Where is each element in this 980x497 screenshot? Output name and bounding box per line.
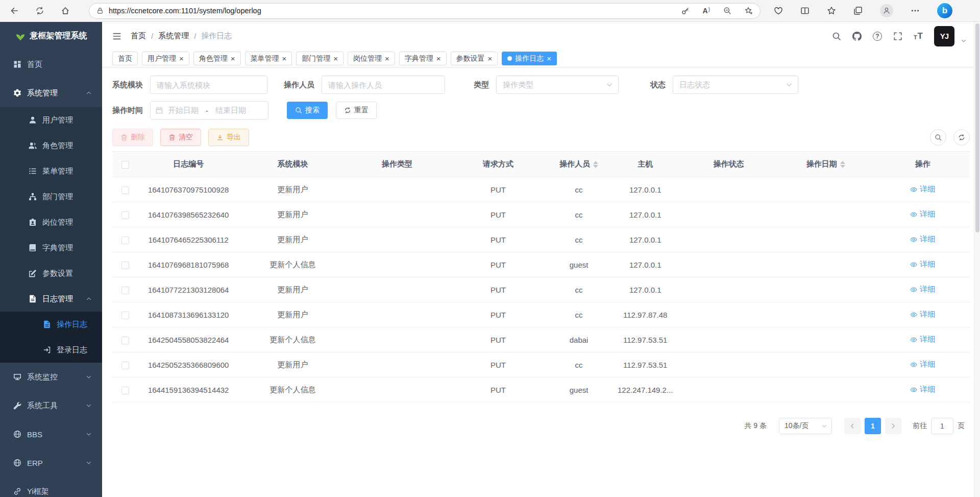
export-button[interactable]: 导出 [208, 129, 249, 146]
goto-page-input[interactable] [931, 418, 953, 434]
breadcrumb-system-mgmt[interactable]: 系统管理 [158, 31, 189, 41]
table-refresh-button[interactable] [953, 129, 970, 146]
date-range-picker[interactable]: 开始日期 - 结束日期 [150, 101, 268, 120]
detail-link[interactable]: 详细 [910, 234, 935, 244]
detail-link[interactable]: 详细 [910, 209, 935, 219]
close-icon[interactable]: × [436, 55, 441, 62]
detail-link[interactable]: 详细 [910, 184, 935, 194]
sidebar-item-login-log[interactable]: 登录日志 [0, 337, 102, 363]
saved-password-key-icon[interactable] [681, 7, 690, 15]
clear-button[interactable]: 清空 [160, 129, 201, 146]
view-tab[interactable]: 角色管理 × [193, 52, 241, 65]
read-aloud-icon[interactable]: A) [703, 7, 710, 14]
row-checkbox[interactable] [121, 312, 129, 319]
sidebar-item-yi-framework[interactable]: Yi框架 [0, 477, 102, 497]
sidebar-item-role-mgmt[interactable]: 角色管理 [0, 133, 102, 158]
fullscreen-icon[interactable] [893, 32, 902, 41]
sort-caret[interactable] [593, 161, 598, 168]
view-tab[interactable]: 岗位管理 × [348, 52, 395, 65]
delete-button[interactable]: 删除 [112, 129, 153, 146]
breadcrumb-home[interactable]: 首页 [131, 31, 146, 41]
table-search-toggle-button[interactable] [930, 129, 946, 146]
view-tab[interactable]: 字典管理 × [399, 52, 447, 65]
detail-link[interactable]: 详细 [910, 259, 935, 269]
row-checkbox[interactable] [121, 211, 129, 219]
sidebar-item-menu-mgmt[interactable]: 菜单管理 [0, 158, 102, 184]
user-avatar[interactable]: YJ [934, 26, 954, 46]
view-tab[interactable]: 首页 × [112, 52, 138, 65]
close-icon[interactable]: × [385, 55, 389, 62]
browser-back-button[interactable] [6, 3, 22, 19]
detail-link[interactable]: 详细 [910, 335, 935, 344]
view-tab[interactable]: 参数设置 × [451, 52, 498, 65]
sidebar-item-bbs[interactable]: BBS [0, 420, 102, 448]
row-checkbox[interactable] [121, 362, 129, 369]
sidebar-item-erp[interactable]: ERP [0, 448, 102, 477]
view-tab[interactable]: 部门管理 × [296, 52, 344, 65]
detail-link[interactable]: 详细 [910, 360, 935, 369]
sidebar-item-home[interactable]: 首页 [0, 50, 102, 79]
sidebar-item-post-mgmt[interactable]: 岗位管理 [0, 209, 102, 235]
page-scrollbar[interactable] [974, 22, 980, 497]
sidebar-item-dept-mgmt[interactable]: 部门管理 [0, 184, 102, 209]
detail-link[interactable]: 详细 [910, 385, 935, 394]
module-input[interactable] [150, 76, 267, 94]
page-size-select[interactable]: 10条/页 [779, 418, 832, 434]
sidebar-item-operation-log[interactable]: 操作日志 [0, 312, 102, 337]
add-favorite-icon[interactable] [745, 7, 753, 15]
detail-link[interactable]: 详细 [910, 285, 935, 294]
page-number-button[interactable]: 1 [865, 418, 881, 434]
browser-menu-icon[interactable] [911, 6, 920, 15]
close-icon[interactable]: × [231, 55, 235, 62]
scrollbar-thumb[interactable] [975, 23, 979, 232]
close-icon[interactable]: × [282, 55, 287, 62]
sort-caret[interactable] [840, 161, 845, 168]
menu-fold-icon[interactable] [112, 32, 121, 41]
help-icon[interactable]: ? [873, 32, 882, 41]
view-tab[interactable]: 操作日志 × [502, 52, 557, 65]
browser-profile-avatar[interactable] [880, 4, 893, 17]
favorites-icon[interactable] [827, 6, 836, 15]
sidebar-item-user-mgmt[interactable]: 用户管理 [0, 107, 102, 133]
operator-input[interactable] [322, 76, 445, 94]
close-icon[interactable]: × [488, 55, 493, 62]
search-icon[interactable] [832, 32, 841, 41]
sidebar-item-log-mgmt[interactable]: 日志管理 [0, 286, 102, 312]
collections-icon[interactable] [853, 6, 863, 15]
github-icon[interactable] [852, 32, 862, 41]
reset-button[interactable]: 重置 [336, 102, 377, 119]
sidebar-item-param-settings[interactable]: 参数设置 [0, 261, 102, 286]
next-page-button[interactable] [885, 418, 901, 434]
type-select[interactable]: 操作类型 [496, 76, 619, 94]
zoom-out-icon[interactable] [723, 7, 731, 15]
close-icon[interactable]: × [179, 55, 184, 62]
view-tab[interactable]: 菜单管理 × [245, 52, 292, 65]
bing-copilot-icon[interactable]: b [937, 3, 952, 18]
close-icon[interactable]: × [333, 55, 338, 62]
row-checkbox[interactable] [121, 262, 129, 269]
browser-home-button[interactable] [57, 3, 74, 19]
row-checkbox[interactable] [121, 287, 129, 294]
prev-page-button[interactable] [844, 418, 861, 434]
chevron-down-icon[interactable] [961, 38, 967, 44]
row-checkbox[interactable] [121, 387, 129, 394]
status-select[interactable]: 日志状态 [673, 76, 798, 94]
font-size-icon[interactable]: TT [914, 32, 923, 40]
row-checkbox[interactable] [121, 337, 129, 344]
view-tab[interactable]: 用户管理 × [142, 52, 189, 65]
close-icon[interactable]: × [547, 55, 551, 62]
sidebar-item-system-monitor[interactable]: 系统监控 [0, 363, 102, 391]
row-checkbox[interactable] [121, 236, 129, 244]
url-text[interactable]: https://ccnetcore.com:1101/system/log/op… [109, 7, 681, 15]
select-all-checkbox[interactable] [121, 161, 129, 169]
sidebar-item-system-tools[interactable]: 系统工具 [0, 391, 102, 420]
browser-refresh-button[interactable] [32, 3, 48, 19]
detail-link[interactable]: 详细 [910, 310, 935, 319]
search-button[interactable]: 搜索 [287, 102, 328, 119]
sidebar-item-dict-mgmt[interactable]: 字典管理 [0, 235, 102, 261]
row-checkbox[interactable] [121, 186, 129, 194]
address-bar[interactable]: https://ccnetcore.com:1101/system/log/op… [89, 3, 761, 19]
sidebar-item-system-mgmt[interactable]: 系统管理 [0, 79, 102, 107]
browser-essentials-icon[interactable] [774, 6, 783, 15]
split-screen-icon[interactable] [800, 6, 810, 15]
